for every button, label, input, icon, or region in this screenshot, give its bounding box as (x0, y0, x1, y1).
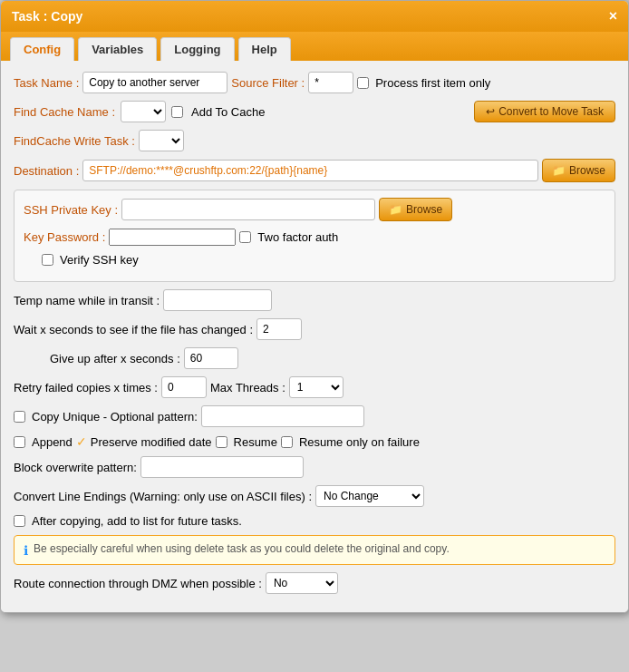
destination-label: Destination : (14, 164, 79, 178)
folder-icon2: 📁 (389, 203, 402, 216)
two-factor-label: Two factor auth (257, 230, 338, 244)
convert-line-select[interactable]: No Change Unix Windows Mac (315, 485, 424, 507)
process-first-checkbox[interactable] (357, 77, 369, 89)
content-area: Task Name : Source Filter : Process firs… (1, 61, 628, 612)
resume-checkbox[interactable] (216, 436, 227, 448)
resume-failure-checkbox[interactable] (281, 436, 293, 448)
give-up-label: Give up after x seconds : (50, 352, 180, 365)
folder-icon: 📁 (552, 164, 566, 177)
ssh-section: SSH Private Key : 📁 Browse Key Password … (14, 190, 615, 282)
route-dmz-row: Route connection through DMZ when possib… (14, 572, 615, 594)
after-copy-label: After copying, add to list for future ta… (32, 514, 242, 528)
add-to-cache-label: Add To Cache (191, 105, 265, 119)
temp-name-label: Temp name while in transit : (14, 294, 160, 307)
block-overwrite-input[interactable] (140, 456, 304, 478)
find-cache-select[interactable] (121, 101, 166, 122)
ssh-key-input[interactable] (121, 199, 375, 220)
task-name-label: Task Name : (14, 76, 79, 90)
window-title: Task : Copy (12, 9, 82, 24)
append-row: Append ✓ Preserve modified date Resume R… (14, 434, 615, 449)
copy-unique-input[interactable] (201, 405, 364, 427)
browse-destination-button[interactable]: 📁 Browse (542, 159, 615, 182)
route-label: Route connection through DMZ when possib… (14, 577, 262, 590)
retry-input[interactable] (161, 376, 207, 398)
convert-task-button[interactable]: ↩ Convert to Move Task (474, 101, 615, 122)
copy-unique-checkbox[interactable] (14, 411, 25, 423)
find-cache-write-label: FindCache Write Task : (14, 134, 135, 148)
block-overwrite-row: Block overwrite pattern: (14, 456, 615, 478)
max-threads-select[interactable]: 1 2 4 8 (289, 376, 344, 398)
append-label: Append (32, 435, 73, 449)
browse-ssh-label: Browse (406, 203, 442, 216)
after-copy-checkbox[interactable] (14, 515, 25, 527)
task-name-row: Task Name : Source Filter : Process firs… (14, 72, 615, 93)
title-bar: Task : Copy × (1, 1, 628, 32)
info-box: ℹ Be especially careful when using delet… (14, 535, 615, 565)
tabs-bar: Config Variables Logging Help (1, 32, 628, 61)
ssh-key-row: SSH Private Key : 📁 Browse (24, 198, 605, 221)
find-cache-write-row: FindCache Write Task : (14, 130, 615, 151)
close-button[interactable]: × (609, 8, 617, 24)
preserve-date-label: Preserve modified date (91, 435, 212, 449)
tab-help[interactable]: Help (238, 37, 291, 61)
key-password-input[interactable] (109, 229, 236, 246)
browse-label: Browse (569, 164, 605, 177)
temp-name-input[interactable] (163, 289, 272, 311)
resume-failure-label: Resume only on failure (299, 435, 420, 449)
retry-label: Retry failed copies x times : (14, 381, 158, 394)
append-checkbox[interactable] (14, 436, 25, 448)
destination-row: Destination : 📁 Browse (14, 159, 615, 182)
find-cache-write-select[interactable] (139, 130, 184, 151)
tab-config[interactable]: Config (10, 37, 74, 61)
source-filter-input[interactable] (308, 72, 353, 93)
block-overwrite-label: Block overwrite pattern: (14, 461, 137, 474)
verify-ssh-checkbox[interactable] (42, 254, 53, 266)
copy-unique-label: Copy Unique - Optional pattern: (32, 410, 198, 424)
find-cache-row: Find Cache Name : Add To Cache ↩ Convert… (14, 101, 615, 122)
give-up-row: Give up after x seconds : (14, 347, 615, 369)
wait-input[interactable] (256, 318, 302, 340)
after-copy-row: After copying, add to list for future ta… (14, 514, 615, 528)
find-cache-label: Find Cache Name : (14, 105, 115, 119)
arrow-icon: ↩ (486, 105, 495, 118)
resume-label: Resume (234, 435, 277, 449)
convert-btn-label: Convert to Move Task (498, 105, 604, 118)
max-threads-label: Max Threads : (210, 381, 285, 394)
two-factor-checkbox[interactable] (239, 231, 251, 243)
convert-line-label: Convert Line Endings (Warning: only use … (14, 490, 312, 503)
info-icon: ℹ (24, 543, 28, 558)
task-name-input[interactable] (82, 72, 227, 93)
verify-ssh-label: Verify SSH key (60, 253, 139, 267)
tab-variables[interactable]: Variables (78, 37, 157, 61)
key-password-label: Key Password : (24, 230, 105, 244)
temp-name-row: Temp name while in transit : (14, 289, 615, 311)
destination-input[interactable] (82, 160, 538, 181)
browse-ssh-button[interactable]: 📁 Browse (379, 198, 452, 221)
add-to-cache-checkbox[interactable] (171, 106, 183, 118)
process-first-label: Process first item only (375, 76, 490, 90)
wait-row: Wait x seconds to see if the file has ch… (14, 318, 615, 340)
wait-label: Wait x seconds to see if the file has ch… (14, 323, 253, 336)
verify-ssh-row: Verify SSH key (24, 253, 605, 267)
main-window: Task : Copy × Config Variables Logging H… (0, 0, 629, 613)
retry-row: Retry failed copies x times : Max Thread… (14, 376, 615, 398)
ssh-key-label: SSH Private Key : (24, 203, 118, 217)
give-up-input[interactable] (184, 347, 238, 369)
tab-logging[interactable]: Logging (160, 37, 234, 61)
key-password-row: Key Password : Two factor auth (24, 229, 605, 246)
copy-unique-row: Copy Unique - Optional pattern: (14, 405, 615, 427)
preserve-check-icon: ✓ (76, 434, 87, 449)
info-text: Be especially careful when using delete … (34, 542, 450, 555)
source-filter-label: Source Filter : (231, 76, 305, 90)
convert-line-row: Convert Line Endings (Warning: only use … (14, 485, 615, 507)
route-select[interactable]: No Yes (266, 572, 338, 594)
